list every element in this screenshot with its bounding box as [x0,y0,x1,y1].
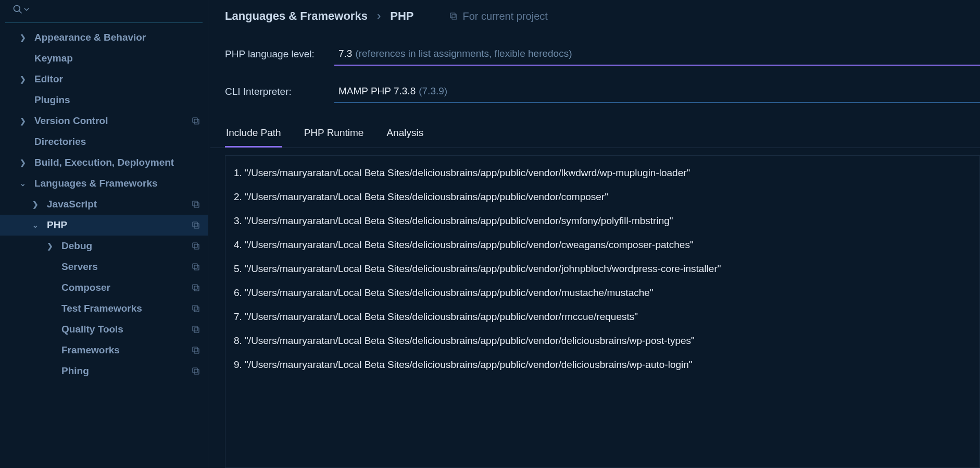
svg-rect-21 [193,368,197,373]
settings-tree: ❯Appearance & Behavior❯Keymap❯Editor❯Plu… [0,25,208,468]
svg-line-1 [19,11,22,14]
tab-include-path[interactable]: Include Path [225,122,282,147]
include-path-row[interactable]: 6. "/Users/mauryaratan/Local Beta Sites/… [234,281,971,305]
sidebar-item-frameworks[interactable]: ❯Frameworks [0,340,208,361]
svg-rect-6 [194,224,199,228]
sidebar-item-label: Quality Tools [61,324,191,335]
svg-rect-13 [193,285,197,289]
settings-sidebar: ❯Appearance & Behavior❯Keymap❯Editor❯Plu… [0,0,208,468]
include-path-row[interactable]: 4. "/Users/mauryaratan/Local Beta Sites/… [234,233,971,257]
breadcrumb-parent[interactable]: Languages & Frameworks [225,9,368,23]
sidebar-item-label: Frameworks [61,344,191,356]
svg-rect-12 [194,286,199,291]
svg-rect-4 [194,203,199,207]
sidebar-item-servers[interactable]: ❯Servers [0,256,208,277]
include-path-row[interactable]: 1. "/Users/mauryaratan/Local Beta Sites/… [234,161,971,185]
sidebar-item-directories[interactable]: ❯Directories [0,131,208,152]
sidebar-item-label: Plugins [34,94,191,106]
sidebar-item-label: Servers [61,261,191,273]
sidebar-item-build-execution-deployment[interactable]: ❯Build, Execution, Deployment [0,152,208,173]
tab-bar: Include PathPHP RuntimeAnalysis [210,122,980,148]
svg-rect-8 [194,244,199,249]
svg-rect-23 [450,13,455,18]
svg-rect-10 [194,265,199,270]
svg-rect-14 [194,307,199,312]
sidebar-item-label: Editor [34,73,191,85]
project-scope-icon [191,241,200,251]
project-scope-badge: For current project [449,10,547,22]
tab-analysis[interactable]: Analysis [385,122,424,147]
cli-interpreter-label: CLI Interpreter: [225,86,334,97]
sidebar-item-php[interactable]: ⌄PHP [0,215,208,236]
sidebar-item-composer[interactable]: ❯Composer [0,277,208,298]
sidebar-item-label: Languages & Frameworks [34,178,191,189]
sidebar-item-phing[interactable]: ❯Phing [0,361,208,381]
svg-rect-19 [193,347,197,352]
include-path-row[interactable]: 5. "/Users/mauryaratan/Local Beta Sites/… [234,257,971,281]
expand-arrow-icon[interactable]: ❯ [19,75,27,83]
svg-rect-17 [193,326,197,331]
svg-rect-15 [193,305,197,310]
sidebar-item-languages-frameworks[interactable]: ⌄Languages & Frameworks [0,173,208,194]
include-path-row[interactable]: 7. "/Users/mauryaratan/Local Beta Sites/… [234,305,971,329]
sidebar-item-label: Build, Execution, Deployment [34,157,191,168]
search-row [5,0,203,23]
sidebar-item-label: Debug [61,240,191,252]
expand-arrow-icon[interactable]: ❯ [31,200,40,208]
svg-rect-18 [194,349,199,353]
project-scope-icon [191,304,200,313]
project-scope-icon [191,200,200,209]
project-scope-icon [191,220,200,230]
tab-php-runtime[interactable]: PHP Runtime [303,122,365,147]
include-path-row[interactable]: 3. "/Users/mauryaratan/Local Beta Sites/… [234,209,971,233]
include-path-list[interactable]: 1. "/Users/mauryaratan/Local Beta Sites/… [225,155,980,468]
sidebar-item-label: Phing [61,365,191,377]
sidebar-item-debug[interactable]: ❯Debug [0,236,208,256]
sidebar-item-editor[interactable]: ❯Editor [0,69,208,90]
php-language-level-select[interactable]: 7.3 (references in list assignments, fle… [334,43,980,66]
expand-arrow-icon[interactable]: ⌄ [31,221,40,229]
sidebar-item-quality-tools[interactable]: ❯Quality Tools [0,319,208,340]
svg-point-0 [14,6,20,12]
svg-rect-9 [193,243,197,248]
expand-arrow-icon[interactable]: ❯ [19,33,27,42]
svg-rect-16 [194,328,199,332]
svg-rect-22 [452,15,457,19]
svg-rect-5 [193,201,197,206]
svg-rect-3 [193,118,197,122]
cli-interpreter-select[interactable]: MAMP PHP 7.3.8 (7.3.9) [334,80,980,103]
main-panel: Languages & Frameworks › PHP For current… [208,0,980,468]
svg-rect-20 [194,370,199,374]
php-language-level-label: PHP language level: [225,48,334,60]
project-scope-icon [191,325,200,334]
project-scope-icon [191,283,200,292]
include-path-row[interactable]: 9. "/Users/mauryaratan/Local Beta Sites/… [234,353,971,377]
sidebar-item-keymap[interactable]: ❯Keymap [0,48,208,69]
sidebar-item-appearance-behavior[interactable]: ❯Appearance & Behavior [0,27,208,48]
expand-arrow-icon[interactable]: ❯ [19,158,27,167]
sidebar-item-label: Appearance & Behavior [34,32,191,43]
sidebar-item-plugins[interactable]: ❯Plugins [0,90,208,110]
project-scope-icon [191,366,200,376]
sidebar-item-label: Test Frameworks [61,303,191,314]
expand-arrow-icon[interactable]: ⌄ [19,179,27,188]
sidebar-item-label: PHP [47,219,191,231]
sidebar-item-javascript[interactable]: ❯JavaScript [0,194,208,215]
breadcrumb: Languages & Frameworks › PHP For current… [210,0,980,28]
project-scope-icon [191,116,200,126]
expand-arrow-icon[interactable]: ❯ [19,117,27,125]
expand-arrow-icon[interactable]: ❯ [46,242,54,250]
include-path-row[interactable]: 8. "/Users/mauryaratan/Local Beta Sites/… [234,329,971,353]
sidebar-item-label: Version Control [34,115,191,127]
include-path-row[interactable]: 2. "/Users/mauryaratan/Local Beta Sites/… [234,185,971,209]
sidebar-item-test-frameworks[interactable]: ❯Test Frameworks [0,298,208,319]
php-language-level-row: PHP language level: 7.3 (references in l… [210,38,980,66]
sidebar-item-version-control[interactable]: ❯Version Control [0,110,208,131]
chevron-right-icon: › [377,9,381,23]
search-icon[interactable] [12,4,29,15]
svg-rect-7 [193,222,197,227]
sidebar-item-label: Keymap [34,53,191,64]
project-scope-icon [191,262,200,272]
cli-interpreter-row: CLI Interpreter: MAMP PHP 7.3.8 (7.3.9) [210,75,980,103]
sidebar-item-label: JavaScript [47,199,191,210]
